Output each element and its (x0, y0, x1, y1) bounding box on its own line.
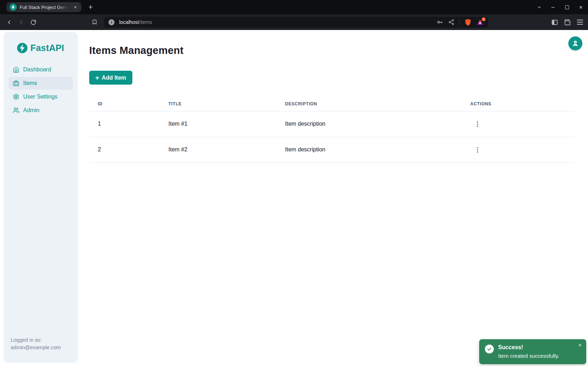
site-info-icon[interactable]: i (108, 19, 115, 25)
row-actions-menu-button[interactable]: ⋮ (472, 144, 483, 155)
fastapi-favicon-icon (10, 4, 17, 11)
reload-button[interactable] (28, 17, 39, 27)
toast-title: Success! (498, 344, 559, 351)
address-bar[interactable]: i localhost/items (104, 17, 488, 27)
page-content: FastAPI Dashboard Items User Settings (0, 30, 588, 366)
bookmark-icon[interactable] (89, 17, 100, 27)
cell-title: Item #1 (160, 111, 277, 137)
column-header-id: ID (89, 97, 160, 111)
browser-window: Full Stack Project Genera × + – × i (0, 0, 588, 366)
gear-icon (13, 94, 19, 100)
success-toast: Success! Item created successfully. × (479, 339, 586, 364)
sidebar-nav: Dashboard Items User Settings Admin (9, 63, 73, 117)
sidebar-toggle-icon[interactable] (551, 19, 558, 26)
window-maximize-button[interactable] (564, 4, 570, 10)
window-controls: – × (536, 0, 584, 14)
check-circle-icon (485, 345, 494, 354)
brave-shield-icon[interactable] (464, 19, 472, 26)
tab-search-chevron-icon[interactable] (536, 4, 542, 10)
page-title: Items Management (89, 45, 575, 56)
toast-text: Success! Item created successfully. (498, 344, 559, 360)
tab-title: Full Stack Project Genera (20, 5, 69, 10)
sidebar-item-label: User Settings (23, 94, 57, 100)
share-icon[interactable] (448, 19, 455, 25)
password-key-icon[interactable] (436, 19, 443, 26)
cell-title: Item #2 (160, 137, 277, 162)
user-icon (572, 40, 579, 47)
user-avatar-button[interactable] (568, 36, 582, 50)
add-item-label: Add Item (102, 75, 126, 81)
sidebar: FastAPI Dashboard Items User Settings (4, 32, 78, 363)
fastapi-logo: FastAPI (9, 43, 73, 53)
cell-description: Item description (277, 111, 462, 137)
users-icon (13, 107, 19, 114)
toast-close-icon[interactable]: × (578, 342, 582, 349)
main-content: Items Management + Add Item ID TITLE DES… (78, 30, 588, 163)
column-header-description: DESCRIPTION (277, 97, 462, 111)
toolbar-right (551, 19, 584, 26)
sidebar-item-label: Items (23, 80, 37, 86)
table-header-row: ID TITLE DESCRIPTION ACTIONS (89, 97, 575, 111)
urlbar-actions: 1 (436, 19, 484, 26)
sidebar-item-items[interactable]: Items (9, 77, 73, 90)
brave-rewards-icon[interactable]: 1 (476, 19, 484, 26)
rewards-badge: 1 (481, 17, 486, 22)
column-header-title: TITLE (160, 97, 277, 111)
menu-icon[interactable] (577, 20, 583, 25)
logged-in-label: Logged in as: (11, 336, 71, 344)
logged-in-info: Logged in as: admin@example.com (9, 336, 73, 356)
table-row: 2 Item #2 Item description ⋮ (89, 137, 575, 162)
add-item-button[interactable]: + Add Item (89, 71, 132, 85)
tab-close-icon[interactable]: × (72, 4, 78, 10)
logo-text: FastAPI (30, 43, 64, 53)
sidebar-item-dashboard[interactable]: Dashboard (9, 63, 73, 76)
browser-tab[interactable]: Full Stack Project Genera × (6, 2, 81, 12)
url-path: /items (139, 19, 152, 25)
cell-id: 1 (89, 111, 160, 137)
new-tab-button[interactable]: + (86, 2, 96, 12)
sidebar-item-user-settings[interactable]: User Settings (9, 90, 73, 103)
wallet-icon[interactable] (564, 19, 571, 26)
toast-message: Item created successfully. (498, 352, 559, 360)
row-actions-menu-button[interactable]: ⋮ (472, 118, 483, 130)
sidebar-item-label: Dashboard (23, 66, 51, 73)
sidebar-item-label: Admin (23, 107, 39, 114)
logged-in-email: admin@example.com (11, 344, 71, 351)
forward-button[interactable] (16, 17, 26, 27)
urlbar-separator (459, 19, 460, 25)
column-header-actions: ACTIONS (462, 97, 575, 111)
briefcase-icon (13, 80, 19, 86)
items-table: ID TITLE DESCRIPTION ACTIONS 1 Item #1 I… (89, 97, 575, 163)
window-close-button[interactable]: × (578, 4, 584, 10)
table-row: 1 Item #1 Item description ⋮ (89, 111, 575, 137)
window-minimize-button[interactable]: – (550, 4, 556, 10)
sidebar-item-admin[interactable]: Admin (9, 104, 73, 117)
back-button[interactable] (4, 17, 14, 27)
plus-icon: + (95, 74, 99, 81)
home-icon (13, 66, 19, 73)
cell-description: Item description (277, 137, 462, 162)
fastapi-logo-icon (17, 43, 27, 53)
tab-strip: Full Stack Project Genera × + – × (0, 0, 588, 14)
url-text: localhost/items (119, 19, 152, 25)
browser-toolbar: i localhost/items (0, 14, 588, 30)
url-host: localhost (119, 19, 139, 25)
cell-id: 2 (89, 137, 160, 162)
